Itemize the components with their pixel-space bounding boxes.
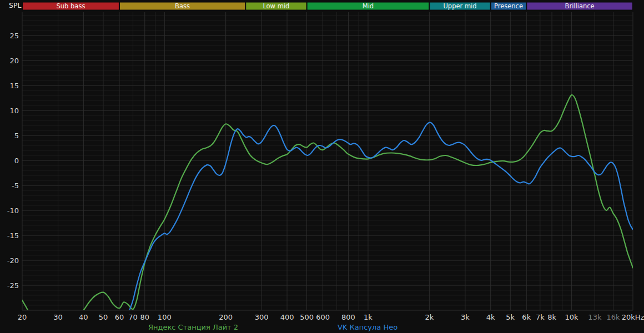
band-label: Presence <box>494 2 523 10</box>
x-tick-label: 60 <box>115 313 124 321</box>
x-tick-label: 200 <box>219 313 233 321</box>
x-tick-label: 20 <box>18 313 27 321</box>
band-brilliance: Brilliance <box>527 2 633 11</box>
frequency-bands-header: Sub bassBassLow midMidUpper midPresenceB… <box>23 2 633 11</box>
y-tick-label: -10 <box>7 206 19 215</box>
band-label: Mid <box>363 2 374 10</box>
x-tick-label: 70 <box>128 313 138 321</box>
x-tick-label: 300 <box>255 313 269 321</box>
x-tick-label: 30 <box>53 313 63 321</box>
y-tick-label: 25 <box>9 32 19 40</box>
band-low-mid: Low mid <box>246 2 306 11</box>
band-label: Upper mid <box>443 2 476 10</box>
band-mid: Mid <box>307 2 429 11</box>
x-tick-label: 10k <box>565 313 579 321</box>
axis-labels: 2520151050-5-10-15-20-252030405060708010… <box>7 32 644 322</box>
x-tick-label: 7k <box>536 313 545 321</box>
x-tick-label: 6k <box>522 313 531 321</box>
band-presence: Presence <box>491 2 526 11</box>
x-tick-label: 600 <box>316 313 330 321</box>
grid <box>22 12 633 310</box>
band-sub-bass: Sub bass <box>23 2 119 11</box>
x-tick-label: 4k <box>486 313 495 321</box>
x-tick-label: 3k <box>461 313 470 321</box>
y-tick-label: -5 <box>12 181 19 190</box>
x-tick-label: 20kHz <box>622 313 644 321</box>
x-tick-label: 40 <box>79 313 88 321</box>
plot-area: Sub bassBassLow midMidUpper midPresenceB… <box>0 0 644 333</box>
y-tick-label: -20 <box>7 256 19 265</box>
x-tick-label: 1k <box>364 313 373 321</box>
legend-item-yandex-station-lite-2: Яндекс Станция Лайт 2 <box>148 323 238 331</box>
band-bass: Bass <box>119 2 245 11</box>
x-tick-label: 2k <box>425 313 434 321</box>
y-tick-label: 15 <box>9 82 19 90</box>
x-tick-label: 8k <box>547 313 556 321</box>
x-tick-label: 800 <box>341 313 355 321</box>
x-tick-label: 50 <box>99 313 108 321</box>
x-tick-label: 13k <box>588 313 602 321</box>
y-tick-label: 5 <box>14 132 19 140</box>
band-upper-mid: Upper mid <box>430 2 490 11</box>
x-tick-label: 400 <box>280 313 294 321</box>
band-label: Sub bass <box>57 2 85 10</box>
frequency-response-chart: SPL Sub bassBassLow midMidUpper midPrese… <box>0 0 644 333</box>
band-label: Brilliance <box>565 2 595 10</box>
y-tick-label: 0 <box>14 157 19 165</box>
legend-item-vk-kapsula-neo: VK Капсула Нео <box>338 323 398 331</box>
band-label: Bass <box>175 2 190 10</box>
x-tick-label: 100 <box>158 313 172 321</box>
x-tick-label: 80 <box>140 313 149 321</box>
x-tick-label: 16k <box>606 313 620 321</box>
y-tick-label: -15 <box>7 231 19 240</box>
x-tick-label: 5k <box>506 313 515 321</box>
y-tick-label: 20 <box>9 57 19 65</box>
x-tick-label: 500 <box>300 313 314 321</box>
series-line-1 <box>128 123 633 315</box>
y-tick-label: 10 <box>9 107 19 115</box>
band-label: Low mid <box>263 2 289 10</box>
y-tick-label: -25 <box>7 281 19 290</box>
